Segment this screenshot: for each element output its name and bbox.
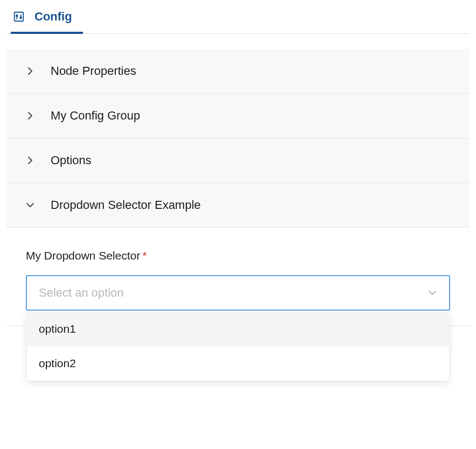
- section-title: Node Properties: [51, 64, 136, 78]
- dropdown-option[interactable]: option1: [27, 312, 449, 346]
- section-body-dropdown-example: My Dropdown Selector* Select an option o…: [6, 228, 470, 326]
- chevron-down-icon: [428, 288, 437, 298]
- section-options[interactable]: Options: [6, 138, 470, 183]
- chevron-right-icon: [26, 156, 34, 165]
- section-title: Dropdown Selector Example: [51, 198, 201, 212]
- field-label: My Dropdown Selector*: [26, 249, 450, 262]
- sections-container: Node Properties My Config Group Options: [6, 49, 470, 326]
- section-title: My Config Group: [51, 109, 140, 123]
- sliders-icon: [13, 11, 25, 23]
- field-label-text: My Dropdown Selector: [26, 249, 140, 262]
- section-my-config-group[interactable]: My Config Group: [6, 94, 470, 138]
- chevron-right-icon: [26, 111, 34, 120]
- dropdown-option[interactable]: option2: [27, 346, 449, 381]
- svg-point-4: [20, 17, 22, 18]
- required-indicator: *: [142, 249, 146, 262]
- dropdown-placeholder: Select an option: [39, 286, 124, 300]
- dropdown-select[interactable]: Select an option option1 option2: [26, 275, 450, 311]
- dropdown-menu: option1 option2: [27, 312, 449, 381]
- tab-config[interactable]: Config: [11, 0, 79, 33]
- section-dropdown-example[interactable]: Dropdown Selector Example: [6, 183, 470, 228]
- svg-rect-0: [15, 12, 24, 22]
- config-panel: Config Node Properties My Config Group: [0, 0, 476, 326]
- tab-label: Config: [34, 10, 72, 24]
- tab-bar: Config: [6, 0, 470, 34]
- chevron-down-icon: [26, 201, 34, 209]
- chevron-right-icon: [26, 67, 34, 75]
- section-node-properties[interactable]: Node Properties: [6, 49, 470, 94]
- svg-point-2: [16, 15, 18, 17]
- section-title: Options: [51, 153, 92, 167]
